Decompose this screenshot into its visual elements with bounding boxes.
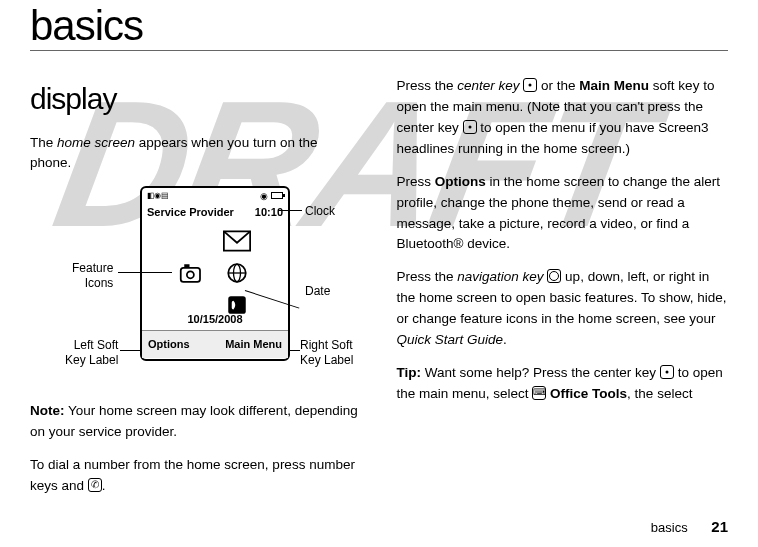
- text: Key Label: [300, 353, 353, 367]
- text: Feature: [72, 261, 113, 275]
- text: Your home screen may look different, dep…: [30, 403, 358, 439]
- footer-page-number: 21: [711, 518, 728, 535]
- dial-paragraph: To dial a number from the home screen, p…: [30, 455, 362, 497]
- left-softkey-label: Options: [148, 336, 190, 353]
- globe-icon: [223, 260, 251, 286]
- status-right-icons: ◉: [260, 190, 283, 204]
- status-bar: ▮▯ ◉ ▤ ◉ Service Provider 10:10: [142, 188, 288, 218]
- term-quick-start-guide: Quick Start Guide: [397, 332, 504, 347]
- term-home-screen: home screen: [57, 135, 135, 150]
- send-key-icon: [88, 478, 102, 492]
- section-heading-display: display: [30, 76, 362, 123]
- term-navigation-key: navigation key: [457, 269, 543, 284]
- callout-clock: Clock: [305, 204, 335, 218]
- navigation-key-paragraph: Press the navigation key up, down, left,…: [397, 267, 729, 351]
- center-key-icon: [660, 365, 674, 379]
- intro-paragraph: The home screen appears when you turn on…: [30, 133, 362, 175]
- note-label: Note:: [30, 403, 65, 418]
- date-value: 10/15/2008: [142, 311, 288, 328]
- callout-feature-icons: Feature Icons: [72, 261, 113, 290]
- text: or the: [537, 78, 579, 93]
- text: The: [30, 135, 57, 150]
- center-key-icon: [523, 78, 537, 92]
- signal-icon: ▮▯ ◉ ▤: [147, 190, 168, 204]
- text: Left Soft: [74, 338, 119, 352]
- callout-left-softkey: Left Soft Key Label: [65, 338, 118, 367]
- right-softkey-label: Main Menu: [225, 336, 282, 353]
- callout-right-softkey: Right Soft Key Label: [300, 338, 353, 367]
- svg-rect-1: [181, 268, 200, 282]
- note-paragraph: Note: Your home screen may look differen…: [30, 401, 362, 443]
- options-bold: Options: [435, 174, 486, 189]
- options-paragraph: Press Options in the home screen to chan…: [397, 172, 729, 256]
- footer-section-label: basics: [651, 520, 688, 535]
- envelope-icon: [223, 228, 251, 254]
- battery-icon: [271, 192, 283, 199]
- text: Press the: [397, 78, 458, 93]
- text: Press the: [397, 269, 458, 284]
- navigation-key-icon: [547, 269, 561, 283]
- callout-line: [290, 350, 300, 351]
- softkey-bar: Options Main Menu: [142, 330, 288, 358]
- text: To dial a number from the home screen, p…: [30, 457, 355, 493]
- tip-paragraph: Tip: Want some help? Press the center ke…: [397, 363, 729, 405]
- center-key-icon: [463, 120, 477, 134]
- svg-rect-3: [184, 265, 189, 269]
- text: Icons: [85, 276, 114, 290]
- center-key-paragraph: Press the center key or the Main Menu so…: [397, 76, 729, 160]
- callout-line: [118, 272, 172, 273]
- main-menu-bold: Main Menu: [579, 78, 649, 93]
- page-title: basics: [30, 0, 728, 51]
- tip-label: Tip:: [397, 365, 422, 380]
- page-footer: basics 21: [651, 518, 728, 535]
- text: Press: [397, 174, 435, 189]
- office-tools-icon: [532, 386, 546, 400]
- text: Want some help? Press the center key: [421, 365, 660, 380]
- home-screen-diagram: ▮▯ ◉ ▤ ◉ Service Provider 10:10: [30, 186, 360, 386]
- office-tools-bold: Office Tools: [550, 386, 627, 401]
- callout-line: [278, 210, 302, 211]
- phone-screen-frame: ▮▯ ◉ ▤ ◉ Service Provider 10:10: [140, 186, 290, 361]
- home-icons-area: 10/15/2008: [142, 218, 288, 330]
- callout-line: [120, 350, 140, 351]
- right-column: Press the center key or the Main Menu so…: [397, 76, 729, 509]
- text: .: [503, 332, 507, 347]
- text: Right Soft: [300, 338, 353, 352]
- text: Key Label: [65, 353, 118, 367]
- camera-icon: [179, 260, 207, 286]
- left-column: display The home screen appears when you…: [30, 76, 362, 509]
- callout-date: Date: [305, 284, 330, 298]
- term-center-key: center key: [457, 78, 519, 93]
- text: , the select: [627, 386, 692, 401]
